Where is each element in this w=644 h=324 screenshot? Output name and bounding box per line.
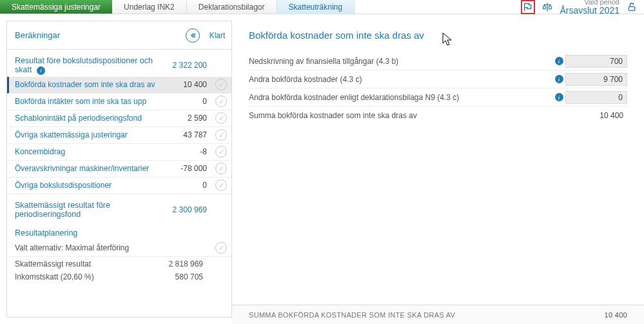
row-label: Övriga skattemässiga justeringar: [7, 130, 164, 139]
row-label: Resultat före bokslutsdispositioner och …: [7, 56, 164, 75]
row-label: Skattemässigt resultat före periodiserin…: [7, 201, 164, 219]
row-value: -8: [164, 147, 211, 156]
check-circle-icon[interactable]: ✓: [215, 146, 227, 157]
row-ovriga-justeringar[interactable]: Övriga skattemässiga justeringar 43 787 …: [7, 127, 231, 144]
detail-row-label: Summa bokförda kostnader som inte ska dr…: [249, 111, 550, 120]
detail-value-input[interactable]: [565, 91, 627, 104]
detail-row-value: 10 400: [565, 111, 627, 120]
check-circle-icon[interactable]: ✓: [215, 79, 227, 90]
chevron-left-icon: [186, 28, 200, 43]
period-indicator: Vald period Årsavslut 2021: [560, 0, 620, 15]
row-value: 2 322 200: [164, 61, 211, 70]
row-label: Bokförda intäkter som inte ska tas upp: [7, 97, 164, 106]
row-value: 43 787: [164, 130, 211, 139]
row-bokforda-kostnader[interactable]: Bokförda kostnader som inte ska dras av …: [7, 77, 231, 94]
row-label: Överavskrivningar maskiner/inventarier: [7, 164, 164, 173]
row-resultat-fore[interactable]: Resultat före bokslutsdispositioner och …: [7, 55, 231, 77]
calculations-title: Beräkningar: [7, 30, 182, 40]
tab-skatteutrakning[interactable]: Skatteuträkning: [277, 0, 355, 14]
unlock-icon[interactable]: [625, 0, 639, 14]
detail-row-label: Andra bokförda kostnader (4.3 c): [249, 75, 550, 84]
row-label: Skattemässigt resultat: [15, 259, 157, 268]
footer-label: SUMMA BOKFÖRDA KOSTNADER SOM INTE SKA DR…: [249, 311, 455, 319]
detail-title: Bokförda kostnader som inte ska dras av: [249, 30, 627, 41]
row-value: 580 705: [157, 272, 203, 281]
info-icon[interactable]: i: [555, 93, 563, 101]
row-label: Inkomstskatt (20,60 %): [15, 272, 157, 281]
check-circle-icon[interactable]: ✓: [215, 163, 227, 174]
row-koncernbidrag[interactable]: Koncernbidrag -8 ✓: [7, 144, 231, 161]
info-icon[interactable]: i: [555, 75, 563, 83]
row-valt-alternativ: Valt alternativ: Maximal återföring ✓: [7, 240, 231, 257]
info-icon[interactable]: i: [37, 66, 45, 75]
tab-underlag-ink2[interactable]: Underlag INK2: [112, 0, 187, 14]
row-bokforda-intakter[interactable]: Bokförda intäkter som inte ska tas upp 0…: [7, 94, 231, 110]
detail-value-input[interactable]: [565, 55, 627, 68]
check-circle-icon[interactable]: ✓: [215, 242, 227, 254]
check-circle-icon[interactable]: ✓: [215, 129, 227, 141]
tab-skattemassiga-justeringar[interactable]: Skattemässiga justeringar: [0, 0, 112, 14]
section-resultatplanering: Resultatplanering: [7, 221, 231, 240]
period-value: Årsavslut 2021: [560, 6, 620, 15]
detail-row-andra-kostnader: Andra bokförda kostnader (4.3 c) i: [249, 70, 627, 88]
row-overavskrivningar[interactable]: Överavskrivningar maskiner/inventarier -…: [7, 161, 231, 177]
calculations-panel: Beräkningar Klart Resultat före boksluts…: [6, 21, 232, 318]
detail-row-label: Nedskrivning av finansiella tillgångar (…: [249, 57, 550, 66]
row-label: Valt alternativ: Maximal återföring: [7, 243, 164, 252]
tab-deklarationsbilagor[interactable]: Deklarationsbilagor: [187, 0, 277, 14]
row-value: 2 818 969: [157, 259, 203, 268]
row-value: 0: [164, 181, 211, 190]
collapse-button[interactable]: [182, 28, 203, 43]
footer-value: 10 400: [605, 311, 627, 319]
check-circle-icon[interactable]: ✓: [215, 179, 227, 191]
row-label: Koncernbidrag: [7, 147, 164, 156]
check-circle-icon[interactable]: ✓: [215, 112, 227, 124]
detail-footer: SUMMA BOKFÖRDA KOSTNADER SOM INTE SKA DR…: [232, 305, 644, 324]
detail-row-nedskrivning: Nedskrivning av finansiella tillgångar (…: [249, 52, 627, 70]
detail-row-label: Andra bokförda kostnader enligt deklarat…: [249, 93, 550, 102]
detail-row-n9: Andra bokförda kostnader enligt deklarat…: [249, 88, 627, 106]
row-label: Schablonintäkt på periodiseringsfond: [7, 114, 164, 123]
flag-icon[interactable]: [521, 0, 535, 14]
row-value: -78 000: [164, 164, 211, 173]
tab-bar: Skattemässiga justeringar Underlag INK2 …: [0, 0, 644, 14]
klart-column-header: Klart: [203, 31, 231, 40]
balance-scale-icon[interactable]: [540, 0, 554, 14]
row-value: 2 300 969: [164, 205, 211, 214]
row-value: 0: [164, 97, 211, 106]
info-icon[interactable]: i: [555, 57, 563, 65]
row-skattemassigt-fore-pf[interactable]: Skattemässigt resultat före periodiserin…: [7, 194, 231, 221]
row-inkomstskatt: Inkomstskatt (20,60 %) 580 705: [7, 270, 231, 283]
row-value: 10 400: [164, 80, 211, 89]
row-schablonintakt[interactable]: Schablonintäkt på periodiseringsfond 2 5…: [7, 110, 231, 127]
row-skattemassigt-resultat: Skattemässigt resultat 2 818 969: [7, 257, 231, 270]
row-value: 2 590: [164, 114, 211, 123]
row-label: Bokförda kostnader som inte ska dras av: [9, 80, 164, 89]
row-label: Övriga bokslutsdispositioner: [7, 181, 164, 190]
detail-value-input[interactable]: [565, 73, 627, 86]
row-ovriga-bokslutsdisp[interactable]: Övriga bokslutsdispositioner 0 ✓: [7, 177, 231, 194]
detail-panel: Bokförda kostnader som inte ska dras av …: [232, 21, 644, 324]
svg-rect-0: [629, 6, 634, 10]
detail-row-summa: Summa bokförda kostnader som inte ska dr…: [249, 106, 627, 125]
check-circle-icon[interactable]: ✓: [215, 96, 227, 107]
